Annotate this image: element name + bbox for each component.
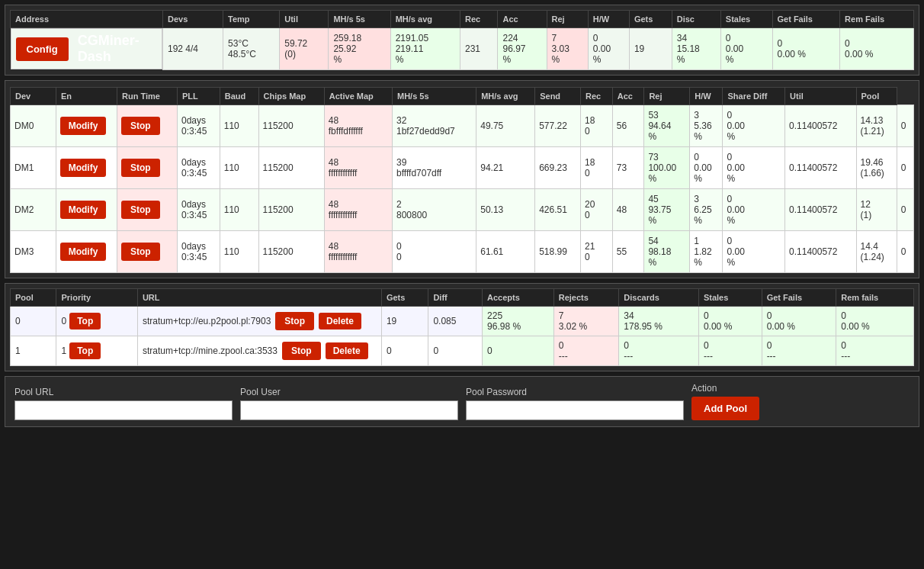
stop-button[interactable]: Stop — [121, 117, 160, 135]
dev-baud: 115200 — [258, 188, 324, 230]
pool-action-col: Action Add Pool — [691, 383, 910, 420]
pool-url-input[interactable] — [14, 400, 233, 420]
col-mhs5s: MH/s 5s — [329, 11, 390, 28]
pool-discards: 34 178.95 % — [619, 306, 699, 336]
stop-button[interactable]: Stop — [121, 159, 160, 177]
summary-gets: 19 — [629, 28, 672, 70]
dev-activemap: 2 800800 — [393, 188, 476, 230]
top-button[interactable]: Top — [69, 313, 101, 330]
dev-rej: 3 5.36 % — [690, 104, 723, 146]
table-row: DM1 Modify Stop 0days 0:3:45 110 115200 … — [11, 146, 914, 188]
dev-name: DM1 — [11, 146, 56, 188]
pool-gets: 0 — [381, 336, 428, 365]
dev-chipsmap: 48 ffffffffffff — [324, 188, 392, 230]
dh-activemap: Active Map — [324, 87, 392, 104]
modify-button[interactable]: Modify — [60, 243, 106, 261]
pool-url-col: Pool URL — [14, 387, 233, 420]
summary-getfails: 0 0.00 % — [772, 28, 840, 70]
summary-devs: 192 4/4 — [163, 28, 223, 70]
dev-stop-btn: Stop — [117, 104, 178, 146]
pool-stop-button[interactable]: Stop — [282, 342, 321, 360]
col-util: Util — [280, 11, 329, 28]
miner-title: CGMiner-Dash — [78, 33, 157, 65]
dev-util: 14.13 (1.21) — [856, 104, 897, 146]
summary-stales: 0 0.00 % — [720, 28, 772, 70]
ph-pool: Pool — [11, 288, 56, 306]
table-row: 0 0 Top stratum+tcp://eu.p2pool.pl:7903 … — [11, 306, 914, 336]
pool-accepts: 0 — [483, 336, 554, 365]
top-button[interactable]: Top — [69, 342, 101, 359]
dev-runtime: 0days 0:3:45 — [178, 230, 220, 272]
table-row: DM0 Modify Stop 0days 0:3:45 110 115200 … — [11, 104, 914, 146]
ph-stales: Stales — [698, 288, 762, 306]
ph-gets: Gets — [381, 288, 428, 306]
pool-priority: 1 Top — [56, 336, 137, 365]
col-acc: Acc — [498, 11, 547, 28]
col-hw: H/W — [588, 11, 629, 28]
col-stales: Stales — [720, 11, 772, 28]
summary-temp: 53°C 48.5°C — [223, 28, 280, 70]
dev-util: 12 (1) — [856, 188, 897, 230]
summary-table: Address Devs Temp Util MH/s 5s MH/s avg … — [10, 10, 914, 70]
pool-user-col: Pool User — [240, 387, 458, 420]
pool-priority: 0 Top — [56, 306, 137, 336]
pool-delete-button[interactable]: Delete — [319, 313, 361, 330]
pool-getfails: 0 0.00 % — [762, 306, 836, 336]
dev-rej: 3 6.25 % — [690, 188, 723, 230]
summary-section: Address Devs Temp Util MH/s 5s MH/s avg … — [5, 5, 919, 76]
pool-pass-col: Pool Password — [466, 387, 684, 420]
dev-mhsavg: 426.51 — [535, 188, 581, 230]
dh-sharediff: Share Diff — [723, 87, 785, 104]
pool-pass-input[interactable] — [466, 400, 684, 420]
dh-pool: Pool — [856, 87, 897, 104]
dev-hw: 0 0.00 % — [723, 146, 785, 188]
dev-sharediff: 0.11400572 — [785, 146, 856, 188]
stop-button[interactable]: Stop — [121, 243, 160, 261]
summary-address: Config CGMiner-Dash — [11, 28, 163, 69]
dev-en: Modify — [56, 104, 117, 146]
col-temp: Temp — [223, 11, 280, 28]
dev-hw: 0 0.00 % — [723, 230, 785, 272]
dev-acc: 54 98.18 % — [644, 230, 690, 272]
dev-runtime: 0days 0:3:45 — [178, 188, 220, 230]
url-text: stratum+tcp://mine.zpool.ca:3533 — [143, 346, 278, 356]
dev-hw: 0 0.00 % — [723, 188, 785, 230]
col-mhsavg: MH/s avg — [390, 11, 460, 28]
dev-activemap: 0 0 — [393, 230, 476, 272]
pools-section: Pool Priority URL Gets Diff Accepts Reje… — [5, 283, 919, 371]
pool-delete-button[interactable]: Delete — [326, 342, 368, 359]
stop-button[interactable]: Stop — [121, 201, 160, 219]
dev-hw: 0 0.00 % — [723, 104, 785, 146]
pool-stales: 0 --- — [698, 336, 762, 365]
pool-url: stratum+tcp://eu.p2pool.pl:7903 Stop Del… — [137, 306, 381, 336]
col-disc: Disc — [672, 11, 720, 28]
dev-chipsmap: 48 ffffffffffff — [324, 146, 392, 188]
modify-button[interactable]: Modify — [60, 117, 106, 135]
summary-rej: 7 3.03 % — [547, 28, 588, 70]
pool-user-label: Pool User — [240, 387, 458, 397]
pool-getfails: 0 --- — [762, 336, 836, 365]
dev-util: 19.46 (1.66) — [856, 146, 897, 188]
dev-runtime: 0days 0:3:45 — [178, 104, 220, 146]
dh-dev: Dev — [11, 87, 56, 104]
summary-mhsavg: 2191.05 219.11 % — [390, 28, 460, 70]
dev-pool: 0 — [897, 146, 913, 188]
dev-pool: 0 — [897, 230, 913, 272]
dev-en: Modify — [56, 146, 117, 188]
dev-rec: 56 — [612, 104, 644, 146]
ph-getfails: Get Fails — [762, 288, 836, 306]
modify-button[interactable]: Modify — [60, 201, 106, 219]
config-button[interactable]: Config — [16, 37, 69, 61]
dev-acc: 53 94.64 % — [644, 104, 690, 146]
pool-stop-button[interactable]: Stop — [275, 312, 314, 330]
col-rec: Rec — [460, 11, 498, 28]
dev-baud: 115200 — [258, 104, 324, 146]
dh-mhsavg: MH/s avg — [476, 87, 535, 104]
dev-send: 20 0 — [581, 188, 613, 230]
pool-user-input[interactable] — [240, 400, 458, 420]
dev-stop-btn: Stop — [117, 188, 178, 230]
dh-en: En — [56, 87, 117, 104]
dev-en: Modify — [56, 188, 117, 230]
modify-button[interactable]: Modify — [60, 159, 106, 177]
add-pool-button[interactable]: Add Pool — [691, 397, 759, 420]
